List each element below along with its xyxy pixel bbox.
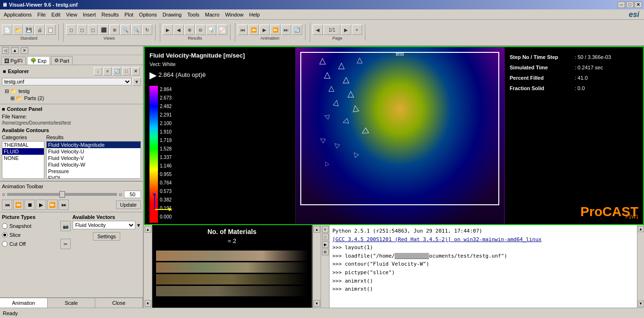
new-button[interactable]: 📄 [2,25,12,35]
update-button[interactable]: Update [116,201,141,209]
close-panel-btn[interactable]: ✕ [21,47,28,54]
anim-fwd[interactable]: ⏩ [270,25,281,35]
print-button[interactable]: 🖨 [34,25,45,35]
tab-part[interactable]: ⚙ Part [51,56,73,65]
menu-window[interactable]: Window [222,11,246,18]
anim-btn-stop[interactable]: ⏹ [25,200,35,210]
slice-radio[interactable] [2,232,8,238]
nav-up-btn[interactable]: ▲ [145,226,151,233]
anim-back[interactable]: ⏪ [248,25,259,35]
menu-file[interactable]: File [34,11,49,18]
collapse-btn[interactable]: ◁ [2,47,9,54]
menu-macro[interactable]: Macro [202,11,223,18]
close-button[interactable]: ✕ [635,1,642,8]
view-zoom-out[interactable]: 🔍 [131,25,141,35]
file-nav-btn[interactable]: ▼ [132,77,141,86]
console-btn2[interactable]: □ [322,234,329,240]
console-btn1[interactable]: ≡ [322,226,329,233]
anim-end[interactable]: ⏭ [281,25,291,35]
copy-button[interactable]: 📋 [45,25,56,35]
results-btn5[interactable]: 📊 [206,25,216,35]
explorer-btn3[interactable]: 🔄 [113,67,121,75]
console-btn3[interactable]: ▶ [322,241,329,248]
anim-slider-thumb[interactable] [59,191,65,198]
snapshot-icon[interactable]: 📷 [60,221,71,231]
result-fluid-vel-u[interactable]: Fluid Velocity-U [47,148,140,155]
view-fit[interactable]: ⊕ [109,25,120,35]
menu-edit[interactable]: Edit [49,11,63,18]
result-pressure[interactable]: Pressure [47,168,140,175]
scroll-down-btn[interactable]: ▼ [314,300,320,307]
cutoff-icon[interactable]: ✂ [60,239,71,249]
view-zoom-in[interactable]: 🔍 [120,25,131,35]
category-fluid[interactable]: FLUID [2,148,44,155]
view-back[interactable]: ◻ [77,25,87,35]
anim-rewind[interactable]: ⏮ [238,25,248,35]
cutoff-radio[interactable] [2,241,8,247]
snapshot-radio[interactable] [2,223,8,229]
result-fvol[interactable]: FVOL [47,175,140,179]
menu-drawing[interactable]: Drawing [160,11,184,18]
results-btn6[interactable]: 📈 [217,25,227,35]
nav-down-btn[interactable]: ▼ [145,300,151,307]
page-prev[interactable]: ◀ [313,25,323,35]
snapshot-option[interactable]: Snapshot 📷 [2,221,71,231]
result-fluid-vel-v[interactable]: Fluid Velocity-V [47,155,140,161]
anim-btn-next[interactable]: ⏩ [47,200,58,210]
explorer-btn1[interactable]: ↓ [94,67,102,75]
tab-close[interactable]: Close [95,298,143,308]
menu-view[interactable]: View [63,11,80,18]
menu-insert[interactable]: Insert [80,11,99,18]
explorer-btn4[interactable]: □ [122,67,131,75]
save-button[interactable]: 💾 [24,25,34,35]
anim-play[interactable]: ▶ [259,25,270,35]
menu-results[interactable]: Results [99,11,122,18]
category-none[interactable]: NONE [2,155,44,161]
results-btn1[interactable]: ▶ [163,25,173,35]
results-btn3[interactable]: ⊕ [184,25,195,35]
view-rotate[interactable]: ↻ [142,25,152,35]
anim-btn-rewind[interactable]: ⏮ [2,200,12,210]
anim-btn-end[interactable]: ⏭ [58,200,69,210]
page-next[interactable]: ▶ [341,25,351,35]
settings-button[interactable]: Settings [93,232,120,241]
results-btn4[interactable]: ⊖ [195,25,206,35]
vectors-select[interactable]: Fluid Velocity [73,221,136,229]
menu-plot[interactable]: Plot [122,11,136,18]
view-3d[interactable]: ⬛ [99,25,109,35]
scroll-up-btn[interactable]: ▲ [314,226,320,233]
open-button[interactable]: 📂 [13,25,23,35]
tree-root[interactable]: ⊟ 📁 testg [4,88,139,95]
explorer-btn2[interactable]: ≡ [103,67,112,75]
menu-tools[interactable]: Tools [184,11,202,18]
minimize-button[interactable]: ─ [618,1,625,8]
explorer-btn5[interactable]: ✕ [132,67,140,75]
anim-value-input[interactable] [124,191,141,198]
anim-minus-btn[interactable]: ○ [2,191,5,198]
console-scroll-down[interactable]: ▼ [638,301,644,307]
slice-option[interactable]: Slice [2,232,71,238]
tab-pg-fl[interactable]: 🖼 Pg/Fl [1,57,26,65]
anim-plus-btn[interactable]: ○ [119,191,122,198]
menu-help[interactable]: Help [247,11,263,18]
tab-exp[interactable]: 🌳 Exp [27,56,50,65]
maximize-button[interactable]: □ [626,1,634,8]
menu-applications[interactable]: Applications [1,11,34,18]
anim-slider[interactable] [7,193,117,196]
menu-options[interactable]: Options [136,11,160,18]
view-front[interactable]: ◻ [66,25,76,35]
page-add[interactable]: + [352,25,362,35]
anim-loop[interactable]: 🔄 [292,25,302,35]
console-btn4[interactable]: ⚙ [322,249,329,255]
cutoff-option[interactable]: Cut Off ✂ [2,239,71,249]
results-btn2[interactable]: ◀ [173,25,184,35]
anim-btn-play[interactable]: ▶ [36,200,46,210]
tab-scale[interactable]: Scale [48,298,95,308]
up-btn[interactable]: ▲ [11,47,19,54]
result-fluid-vel-w[interactable]: Fluid Velocity-W [47,161,140,168]
console-scroll-up[interactable]: ▲ [638,226,644,232]
anim-btn-prev[interactable]: ⏪ [13,200,24,210]
tree-parts[interactable]: ⊞ 📂 Parts (2) [4,95,139,102]
view-top[interactable]: ◻ [88,25,98,35]
result-fluid-vel-mag[interactable]: Fluid Velocity-Magnitude [47,142,140,148]
